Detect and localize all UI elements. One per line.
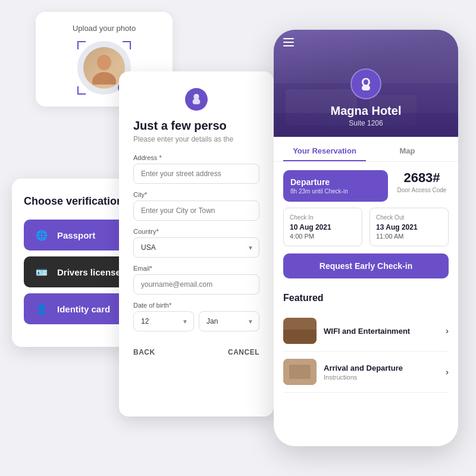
- checkin-time: 4:00 PM: [290, 233, 356, 240]
- checkout-time: 11:00 AM: [376, 233, 442, 240]
- email-input[interactable]: [133, 274, 259, 295]
- checkin-date: 10 Aug 2021: [290, 223, 356, 231]
- svg-rect-11: [289, 365, 311, 379]
- hotel-logo: [350, 68, 381, 99]
- hotel-suite: Suite 1206: [349, 119, 383, 127]
- checkout-date: 13 Aug 2021: [376, 223, 442, 231]
- wifi-text: WIFI and Entertainment: [324, 327, 439, 336]
- svg-rect-9: [283, 330, 317, 344]
- early-checkin-button[interactable]: Request Early Check-in: [283, 253, 449, 278]
- featured-item-arrival[interactable]: Arrival and Departure Instructions ›: [283, 352, 449, 393]
- frame-corner-bl: [77, 86, 86, 95]
- city-label: City*: [133, 191, 259, 198]
- arrival-text: Arrival and Departure Instructions: [324, 364, 439, 381]
- photo-upload-label: Upload your photo: [73, 24, 136, 33]
- hamburger-line-1: [283, 38, 294, 39]
- svg-point-0: [97, 55, 111, 70]
- hotel-header: Magna Hotel Suite 1206: [274, 30, 458, 137]
- arrival-title: Arrival and Departure: [324, 364, 439, 372]
- hotel-tabs: Your Reservation Map: [274, 137, 458, 162]
- featured-section: Featured WIFI and Entertainment ›: [274, 286, 458, 393]
- back-button[interactable]: BACK: [133, 348, 155, 356]
- email-label: Email*: [133, 265, 259, 272]
- hamburger-line-2: [283, 42, 294, 43]
- form-logo: [185, 88, 208, 111]
- dob-day-wrapper: 12 123 ▼: [133, 311, 194, 339]
- identity-card-label: Identity card: [57, 304, 110, 314]
- city-input[interactable]: [133, 201, 259, 221]
- dob-month-select[interactable]: Jan FebMar: [199, 311, 259, 331]
- checkin-row: Check In 10 Aug 2021 4:00 PM Check Out 1…: [274, 208, 458, 253]
- frame-corner-tl: [77, 41, 86, 49]
- tab-map[interactable]: Map: [366, 142, 449, 161]
- arrival-chevron-icon: ›: [446, 367, 449, 377]
- checkout-title: Check Out: [376, 214, 442, 221]
- country-label: Country*: [133, 228, 259, 235]
- access-code-label: Door Access Code: [395, 187, 449, 193]
- form-subtitle: Please enter your details as the: [133, 135, 259, 143]
- wifi-thumbnail: [283, 318, 317, 344]
- wifi-chevron-icon: ›: [446, 326, 449, 336]
- form-actions: BACK CANCEL: [133, 348, 259, 356]
- drivers-license-label: Drivers license: [57, 267, 121, 277]
- country-select-wrapper: USA UK Canada ▼: [133, 237, 259, 265]
- wifi-title: WIFI and Entertainment: [324, 327, 439, 336]
- dob-row: 12 123 ▼ Jan FebMar ▼: [133, 311, 259, 339]
- arrival-subtitle: Instructions: [324, 374, 439, 381]
- departure-label: Departure: [290, 177, 381, 187]
- hotel-app: Magna Hotel Suite 1206 Your Reservation …: [274, 30, 458, 446]
- departure-sublabel: 8h 23m until Check-in: [290, 188, 381, 195]
- reservation-section: Departure 8h 23m until Check-in 2683# Do…: [274, 162, 458, 208]
- identity-card-icon: 👤: [33, 300, 50, 317]
- checkout-box: Check Out 13 Aug 2021 11:00 AM: [369, 208, 449, 246]
- access-code: 2683#: [395, 170, 449, 186]
- svg-point-1: [92, 72, 116, 84]
- hotel-name: Magna Hotel: [331, 104, 402, 118]
- drivers-license-icon: 🪪: [33, 264, 50, 280]
- country-select[interactable]: USA UK Canada: [133, 237, 259, 258]
- hamburger-line-3: [283, 45, 294, 46]
- frame-corner-tr: [123, 41, 131, 49]
- departure-box: Departure 8h 23m until Check-in: [283, 170, 388, 202]
- featured-item-wifi[interactable]: WIFI and Entertainment ›: [283, 311, 449, 352]
- globe-icon: 🌐: [33, 227, 50, 243]
- form-card: Just a few perso Please enter your detai…: [119, 71, 274, 416]
- hamburger-menu[interactable]: [283, 38, 294, 46]
- dob-day-select[interactable]: 12 123: [133, 311, 194, 331]
- svg-point-7: [364, 80, 368, 85]
- dob-month-wrapper: Jan FebMar ▼: [199, 311, 259, 339]
- checkin-box: Check In 10 Aug 2021 4:00 PM: [283, 208, 362, 246]
- arrival-thumbnail: [283, 359, 317, 385]
- form-title: Just a few perso: [133, 119, 259, 133]
- checkin-title: Check In: [290, 214, 356, 221]
- cancel-button[interactable]: CANCEL: [228, 348, 259, 356]
- access-code-box: 2683# Door Access Code: [395, 170, 449, 202]
- tab-reservation[interactable]: Your Reservation: [283, 142, 366, 161]
- dob-label: Date of birth*: [133, 302, 259, 309]
- passport-label: Passport: [57, 230, 95, 240]
- address-label: Address *: [133, 154, 259, 161]
- address-input[interactable]: [133, 164, 259, 184]
- featured-title: Featured: [283, 293, 449, 303]
